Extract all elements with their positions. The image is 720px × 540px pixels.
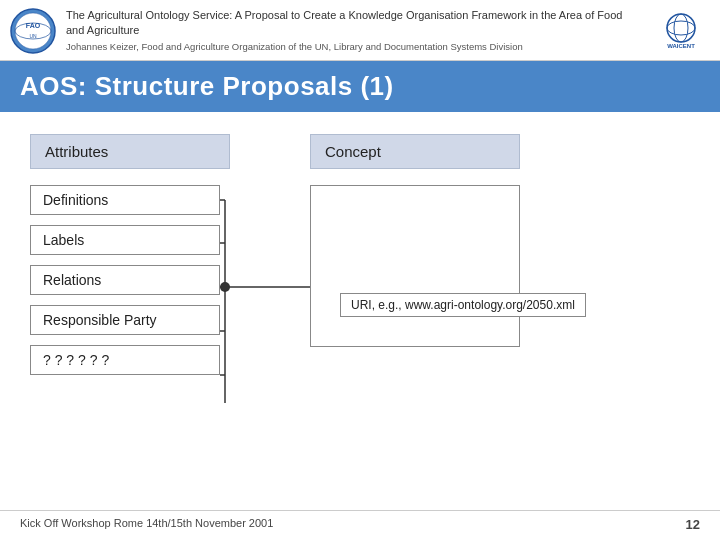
svg-text:UN: UN [29, 33, 37, 39]
footer-left: Kick Off Workshop Rome 14th/15th Novembe… [20, 517, 273, 532]
header-subtitle: Johannes Keizer, Food and Agriculture Or… [66, 41, 642, 52]
svg-text:WAICENT: WAICENT [667, 43, 695, 49]
list-item-definitions: Definitions [30, 185, 220, 215]
main-content: Attributes Concept [0, 124, 720, 395]
concept-box [310, 185, 520, 347]
waicent-logo: WAICENT [650, 8, 710, 56]
concept-column-header: Concept [310, 134, 520, 169]
list-item-relations: Relations [30, 265, 220, 295]
diagram-area: Definitions Labels Relations Responsible… [30, 185, 690, 375]
uri-box: URI, e.g., www.agri-ontology.org/2050.xm… [340, 293, 586, 317]
columns-header: Attributes Concept [30, 134, 690, 169]
header: FAO UN The Agricultural Ontology Service… [0, 0, 720, 61]
header-text: The Agricultural Ontology Service: A Pro… [66, 8, 642, 52]
page-title: AOS: Structure Proposals (1) [20, 71, 700, 102]
list-item-unknown: ? ? ? ? ? ? [30, 345, 220, 375]
footer: Kick Off Workshop Rome 14th/15th Novembe… [0, 510, 720, 532]
fao-logo: FAO UN [10, 8, 58, 56]
header-title: The Agricultural Ontology Service: A Pro… [66, 8, 642, 39]
items-list: Definitions Labels Relations Responsible… [30, 185, 230, 375]
attributes-column-header: Attributes [30, 134, 230, 169]
svg-point-1 [15, 13, 51, 49]
list-item-labels: Labels [30, 225, 220, 255]
list-item-responsible-party: Responsible Party [30, 305, 220, 335]
footer-page: 12 [686, 517, 700, 532]
page-title-bar: AOS: Structure Proposals (1) [0, 61, 720, 112]
